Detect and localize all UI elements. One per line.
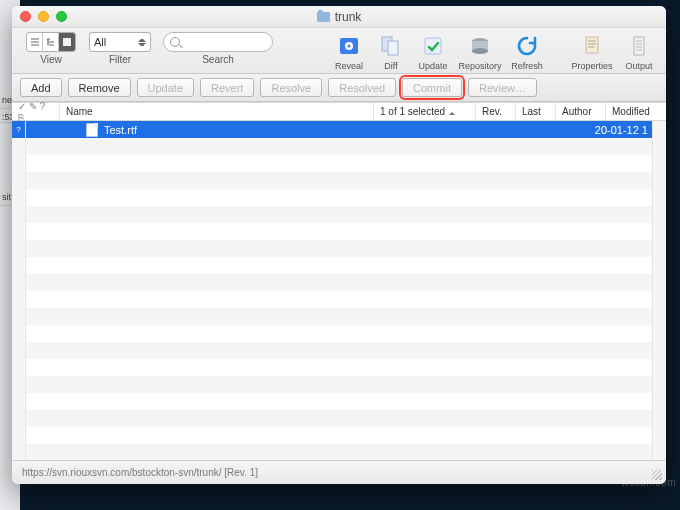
app-window: trunk View All Filter (12, 6, 666, 484)
diff-button[interactable]: Diff (372, 32, 410, 71)
row-flag-gutter: ? (12, 121, 26, 460)
svg-rect-6 (425, 38, 441, 54)
file-list[interactable]: Test.rtf 20-01-12 1 (26, 121, 652, 460)
svg-rect-10 (634, 37, 644, 55)
update-button[interactable]: Update (414, 32, 452, 71)
stepper-icon (138, 36, 146, 49)
reveal-button[interactable]: Reveal (330, 32, 368, 71)
repository-button[interactable]: Repository (456, 32, 504, 71)
resolved-button[interactable]: Resolved (328, 78, 396, 97)
table-header: ✓ ✎ ? ⎘ Name 1 of 1 selected Rev. Last A… (12, 102, 666, 121)
vertical-scrollbar[interactable] (652, 121, 666, 460)
col-last[interactable]: Last (516, 103, 556, 120)
refresh-button[interactable]: Refresh (508, 32, 546, 71)
file-modified: 20-01-12 1 (588, 124, 652, 136)
window-title-text: trunk (335, 10, 362, 24)
search-input[interactable] (163, 32, 273, 52)
commit-button[interactable]: Commit (402, 78, 462, 97)
file-name: Test.rtf (104, 124, 137, 136)
status-text: https://svn.riouxsvn.com/bstockton-svn/t… (22, 467, 258, 478)
filter-label: Filter (109, 54, 131, 65)
output-button[interactable]: Output (620, 32, 658, 71)
table-body-container: ? Test.rtf 20-01-12 1 (12, 121, 666, 460)
properties-button[interactable]: Properties (568, 32, 616, 71)
col-selection[interactable]: 1 of 1 selected (374, 103, 476, 120)
col-name[interactable]: Name (60, 103, 374, 120)
row-stripes (26, 121, 652, 460)
command-bar: Add Remove Update Revert Resolve Resolve… (12, 74, 666, 102)
revert-button[interactable]: Revert (200, 78, 254, 97)
review-button[interactable]: Review… (468, 78, 537, 97)
search-icon (170, 37, 180, 47)
svg-rect-0 (63, 38, 71, 46)
col-modified[interactable]: Modified (606, 103, 666, 120)
update-cmd-button[interactable]: Update (137, 78, 194, 97)
view-label: View (40, 54, 62, 65)
toolbar: View All Filter Search Reveal (12, 28, 666, 74)
search-label: Search (202, 54, 234, 65)
svg-point-3 (348, 45, 351, 48)
svg-rect-9 (586, 37, 598, 53)
titlebar[interactable]: trunk (12, 6, 666, 28)
window-title: trunk (12, 10, 666, 24)
file-icon (86, 123, 98, 137)
row-flag: ? (12, 121, 25, 138)
svg-rect-5 (388, 41, 398, 55)
col-author[interactable]: Author (556, 103, 606, 120)
add-button[interactable]: Add (20, 78, 62, 97)
watermark: wsxdn.com (621, 477, 676, 488)
resolve-button[interactable]: Resolve (260, 78, 322, 97)
col-rev[interactable]: Rev. (476, 103, 516, 120)
table-row[interactable]: Test.rtf 20-01-12 1 (26, 121, 652, 138)
filter-value: All (94, 36, 106, 48)
view-mode-segmented[interactable] (26, 32, 76, 52)
view-tree-icon[interactable] (43, 33, 59, 51)
view-flat-icon[interactable] (27, 33, 43, 51)
view-list-icon[interactable] (59, 33, 75, 51)
svg-point-8 (472, 48, 488, 54)
col-flags[interactable]: ✓ ✎ ? ⎘ (12, 103, 60, 120)
sort-asc-icon (449, 109, 455, 115)
status-bar: https://svn.riouxsvn.com/bstockton-svn/t… (12, 460, 666, 484)
folder-icon (317, 12, 330, 22)
filter-select[interactable]: All (89, 32, 151, 52)
remove-button[interactable]: Remove (68, 78, 131, 97)
